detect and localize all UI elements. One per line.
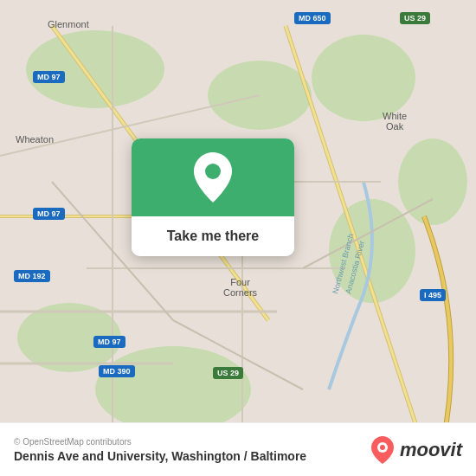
bottom-bar: © OpenStreetMap contributors Dennis Ave … xyxy=(0,422,476,476)
copyright-text: © OpenStreetMap contributors xyxy=(14,437,306,447)
svg-point-29 xyxy=(380,445,385,450)
badge-md97-3: MD 97 xyxy=(93,336,125,348)
moovit-pin-icon xyxy=(370,435,395,465)
badge-md650: MD 650 xyxy=(294,12,331,24)
svg-point-4 xyxy=(95,346,251,433)
badge-md97-1: MD 97 xyxy=(33,71,65,83)
badge-md192: MD 192 xyxy=(14,270,50,282)
moovit-logo: moovit xyxy=(370,435,462,465)
badge-md97-2: MD 97 xyxy=(33,208,65,220)
place-label-wheaton: Wheaton xyxy=(16,134,54,145)
popup-icon-area xyxy=(132,138,294,216)
location-pin-icon xyxy=(190,151,235,204)
take-me-there-button[interactable]: Take me there xyxy=(132,216,294,256)
badge-us29-top: US 29 xyxy=(400,12,430,24)
badge-i495: I 495 xyxy=(420,289,446,301)
badge-md390: MD 390 xyxy=(99,365,135,377)
place-label-white-oak: WhiteOak xyxy=(383,111,407,132)
svg-point-1 xyxy=(26,30,164,108)
place-label-glenmont: Glenmont xyxy=(48,19,89,29)
badge-us29-bottom: US 29 xyxy=(213,367,243,379)
bottom-info: © OpenStreetMap contributors Dennis Ave … xyxy=(14,437,306,463)
svg-point-3 xyxy=(312,35,415,121)
location-text: Dennis Ave and University, Washington / … xyxy=(14,449,306,463)
moovit-name: moovit xyxy=(400,439,462,461)
map-container: Northwest Branch Anacostia River Glenmon… xyxy=(0,0,476,476)
popup-card: Take me there xyxy=(132,138,294,256)
place-label-four-corners: FourCorners xyxy=(223,277,257,298)
svg-point-27 xyxy=(205,164,221,179)
